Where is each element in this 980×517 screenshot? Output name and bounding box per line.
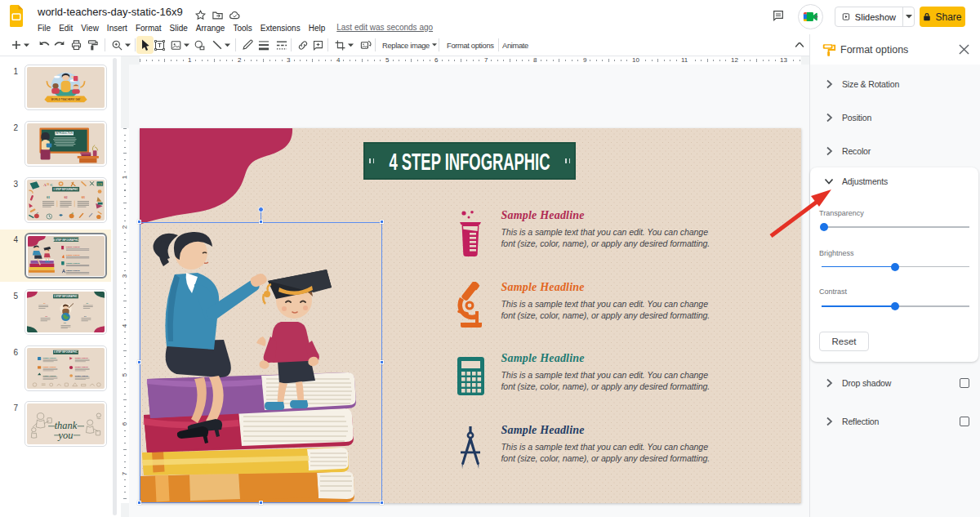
crop-image-button[interactable] xyxy=(331,36,357,54)
svg-text:3 STEP INFOGRAPHIC: 3 STEP INFOGRAPHIC xyxy=(53,188,78,191)
new-slide-button[interactable] xyxy=(7,36,33,54)
v-ruler-number: 2 xyxy=(121,223,129,231)
menu-help[interactable]: Help xyxy=(307,23,327,33)
meet-button[interactable] xyxy=(798,4,823,29)
border-weight-button[interactable] xyxy=(255,36,273,54)
section-reflection[interactable]: Reflection xyxy=(810,405,980,438)
add-comment-button[interactable] xyxy=(309,36,327,54)
panel-title: Format options xyxy=(840,44,908,56)
slide-thumbnail-4-selected[interactable]: 4 STEP INFOGRAPHIC S xyxy=(24,233,107,279)
share-button[interactable]: Share xyxy=(920,7,965,27)
menu-insert[interactable]: Insert xyxy=(105,23,129,33)
document-title[interactable]: world-teachers-day-static-16x9 xyxy=(38,6,183,18)
section-drop-shadow[interactable]: Drop shadow xyxy=(810,367,980,399)
selection-handle[interactable] xyxy=(380,360,384,364)
sample-body-3[interactable]: This is a sample text that you can edit.… xyxy=(501,369,724,392)
slide-canvas[interactable]: 4 STEP INFOGRAPHIC Sample Headline This … xyxy=(140,128,801,503)
reset-button[interactable]: Reset xyxy=(819,332,869,351)
sample-headline-2[interactable]: Sample Headline xyxy=(501,281,724,294)
sample-headline-4[interactable]: Sample Headline xyxy=(501,424,724,437)
text-box-button[interactable] xyxy=(150,36,168,54)
v-ruler-number: 5 xyxy=(121,371,129,379)
svg-text:Sample Headline: Sample Headline xyxy=(66,270,81,271)
chevron-right-icon xyxy=(824,378,834,388)
rotation-handle[interactable] xyxy=(258,207,264,212)
zoom-button[interactable] xyxy=(107,36,134,54)
menu-file[interactable]: File xyxy=(36,23,52,33)
insert-line-button[interactable] xyxy=(207,36,234,54)
selection-handle[interactable] xyxy=(137,220,141,224)
selection-handle[interactable] xyxy=(259,501,263,505)
slide-thumbnail-5[interactable]: 5 STEP INFOGRAPHIC 01 02 03 04 xyxy=(24,289,107,335)
share-label: Share xyxy=(935,11,961,23)
star-icon[interactable] xyxy=(194,9,207,21)
section-size-rotation[interactable]: Size & Rotation xyxy=(810,68,980,100)
selection-handle[interactable] xyxy=(137,501,141,505)
books-stack xyxy=(140,372,356,503)
redo-button[interactable] xyxy=(51,36,69,54)
replace-image-button[interactable]: Replace image xyxy=(377,36,442,54)
section-position[interactable]: Position xyxy=(810,101,980,134)
slide-thumbnail-1[interactable]: WORLD TEACHERS' DAY xyxy=(24,65,107,110)
slide-thumbnail-3[interactable]: 3 STEP INFOGRAPHIC 01 02 03 ABC xyxy=(24,177,107,223)
selection-handle[interactable] xyxy=(137,360,141,364)
sample-body-4[interactable]: This is a sample text that you can edit.… xyxy=(501,441,724,464)
selection-handle[interactable] xyxy=(380,501,384,505)
collapse-toolbar-button[interactable] xyxy=(791,36,808,54)
contrast-slider[interactable] xyxy=(822,301,969,311)
h-ruler-number: 6 xyxy=(433,57,439,64)
info-row-3[interactable]: Sample Headline This is a sample text th… xyxy=(456,352,725,403)
slide-title-banner[interactable]: 4 STEP INFOGRAPHIC xyxy=(363,142,576,180)
slide-number: 3 xyxy=(7,180,18,189)
info-row-1[interactable]: Sample Headline This is a sample text th… xyxy=(456,209,725,260)
format-options-button[interactable]: Format options xyxy=(442,36,499,54)
slide-thumbnail-7[interactable]: thank you xyxy=(24,401,107,447)
cloud-saved-icon[interactable] xyxy=(229,9,241,21)
slideshow-button[interactable]: Slideshow xyxy=(835,7,902,26)
section-adjustments[interactable]: Adjustments xyxy=(810,169,978,194)
paint-format-button[interactable] xyxy=(83,36,101,54)
h-ruler-number: 7 xyxy=(483,57,489,64)
selection-handle[interactable] xyxy=(259,220,263,224)
comments-icon[interactable] xyxy=(772,9,785,22)
section-recolor[interactable]: Recolor xyxy=(810,135,980,167)
reflection-checkbox[interactable] xyxy=(960,417,970,427)
border-dash-button[interactable] xyxy=(272,36,291,54)
print-button[interactable] xyxy=(67,36,85,54)
info-row-4[interactable]: Sample Headline This is a sample text th… xyxy=(456,424,725,475)
slideshow-dropdown[interactable] xyxy=(902,7,914,26)
sample-headline-3[interactable]: Sample Headline xyxy=(501,352,724,365)
h-ruler-number: 4 xyxy=(335,57,341,64)
sample-body-2[interactable]: This is a sample text that you can edit.… xyxy=(501,298,724,321)
replace-image-icon-button[interactable] xyxy=(356,36,375,54)
menu-extensions[interactable]: Extensions xyxy=(259,23,302,33)
top-bar: world-teachers-day-static-16x9 File Edit… xyxy=(0,0,980,34)
border-color-button[interactable] xyxy=(238,36,256,54)
close-panel-button[interactable] xyxy=(957,42,970,56)
last-edit-link[interactable]: Last edit was seconds ago xyxy=(336,23,433,33)
insert-shape-button[interactable] xyxy=(190,36,208,54)
menu-arrange[interactable]: Arrange xyxy=(194,23,227,33)
slide-thumbnail-6[interactable]: 6 STEP INFOGRAPHIC Sample Headline Sampl… xyxy=(24,345,107,391)
animate-button[interactable]: Animate xyxy=(497,36,533,54)
drop-shadow-checkbox[interactable] xyxy=(960,378,970,389)
svg-text:WORLD TEACHERS' DAY: WORLD TEACHERS' DAY xyxy=(51,98,81,101)
menu-edit[interactable]: Edit xyxy=(57,23,74,33)
brightness-slider[interactable] xyxy=(822,262,969,272)
slide-thumbnail-2[interactable]: INTRODUCTION xyxy=(24,121,107,167)
insert-image-button[interactable] xyxy=(167,36,192,54)
menu-slide[interactable]: Slide xyxy=(168,23,189,33)
sample-body-1[interactable]: This is a sample text that you can edit.… xyxy=(501,226,724,249)
transparency-slider[interactable] xyxy=(822,222,969,232)
teacher-student-illustration[interactable] xyxy=(140,222,382,503)
menu-format[interactable]: Format xyxy=(134,23,163,33)
sample-headline-1[interactable]: Sample Headline xyxy=(501,209,724,222)
google-slides-logo[interactable] xyxy=(10,5,23,27)
menu-view[interactable]: View xyxy=(79,23,100,33)
info-row-2[interactable]: Sample Headline This is a sample text th… xyxy=(456,281,725,332)
selection-handle[interactable] xyxy=(380,220,384,224)
move-folder-icon[interactable] xyxy=(212,9,224,21)
filmstrip-scrollbar[interactable] xyxy=(113,58,117,515)
menu-tools[interactable]: Tools xyxy=(231,23,253,33)
meet-camera-icon xyxy=(803,11,818,22)
